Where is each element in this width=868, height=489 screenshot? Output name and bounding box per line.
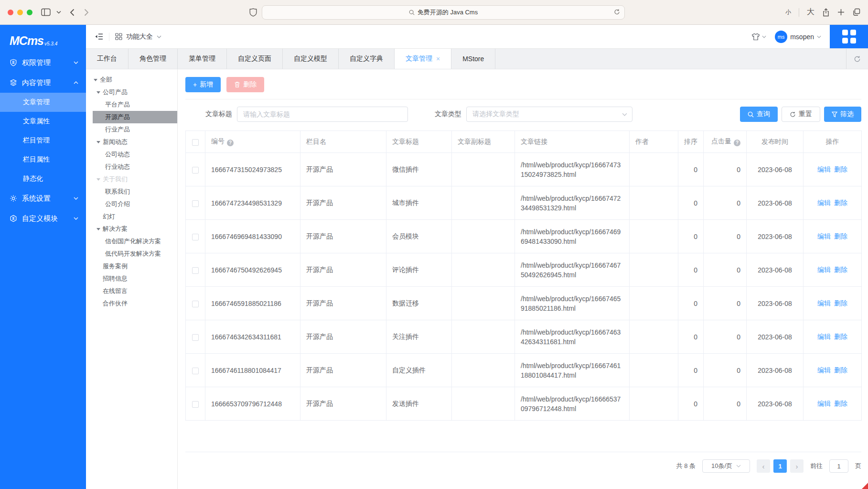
tree-item-company-news[interactable]: 公司动态 [93,148,177,161]
share-icon[interactable] [822,8,830,17]
delete-button[interactable]: 删除 [226,77,264,92]
sidebar-item-column-attr[interactable]: 栏目属性 [0,150,86,169]
tab-menus[interactable]: 菜单管理 [178,49,227,69]
reset-button[interactable]: 重置 [782,107,820,122]
tree-expand-icon[interactable] [96,141,103,143]
tab-roles[interactable]: 角色管理 [129,49,178,69]
edit-link[interactable]: 编辑 [817,400,831,407]
tree-item-slides[interactable]: 幻灯 [93,210,177,223]
tree-item-contact-us[interactable]: 联系我们 [93,185,177,198]
tab-custom-dict[interactable]: 自定义字典 [339,49,395,69]
edit-link[interactable]: 编辑 [817,266,831,273]
back-icon[interactable] [70,9,75,16]
prev-page-button[interactable]: ‹ [757,459,770,473]
tree-item-company-intro[interactable]: 公司介绍 [93,198,177,210]
title-filter-input[interactable] [237,107,408,122]
refresh-tab-icon[interactable] [846,49,868,69]
close-window-button[interactable] [8,10,13,15]
sidebar-item-custom-module[interactable]: 自定义模块 [0,208,86,228]
tree-item-solutions[interactable]: 解决方案 [93,223,177,235]
select-all-checkbox[interactable] [192,139,199,146]
row-checkbox[interactable] [192,334,199,341]
tree-expand-icon[interactable] [96,178,103,181]
chevron-down-icon[interactable] [56,11,61,14]
privacy-shield-icon[interactable] [249,8,257,17]
edit-link[interactable]: 编辑 [817,299,831,307]
delete-link[interactable]: 删除 [834,299,847,307]
tab-article-manage[interactable]: 文章管理 × [395,49,451,69]
tree-item-company-products[interactable]: 公司产品 [93,86,177,98]
edit-link[interactable]: 编辑 [817,366,831,374]
edit-link[interactable]: 编辑 [817,165,831,173]
sidebar-item-article-attr[interactable]: 文章属性 [0,112,86,131]
text-smaller-button[interactable]: 小 [785,8,791,16]
tree-item-industry-products[interactable]: 行业产品 [93,123,177,136]
tree-item-platform-products[interactable]: 平台产品 [93,98,177,111]
address-bar[interactable]: 免费开源的 Java Cms [262,5,625,20]
row-checkbox[interactable] [192,301,199,307]
row-checkbox[interactable] [192,167,199,174]
row-checkbox[interactable] [192,401,199,408]
tab-mstore[interactable]: MStore [451,49,495,69]
reload-icon[interactable] [614,9,620,15]
search-button[interactable]: 查询 [740,107,778,122]
sidebar-item-permissions[interactable]: 权限管理 [0,53,86,73]
delete-link[interactable]: 删除 [834,165,847,173]
next-page-button[interactable]: › [790,459,804,473]
close-tab-icon[interactable]: × [436,55,440,63]
theme-skin-button[interactable] [751,33,766,41]
tree-item-news[interactable]: 新闻动态 [93,136,177,148]
delete-link[interactable]: 删除 [834,232,847,240]
user-menu[interactable]: ms msopen [775,31,821,43]
row-checkbox[interactable] [192,267,199,274]
tab-custom-models[interactable]: 自定义模型 [283,49,339,69]
tree-expand-icon[interactable] [96,91,103,94]
edit-link[interactable]: 编辑 [817,232,831,240]
forward-icon[interactable] [84,9,89,16]
current-page-button[interactable]: 1 [773,459,787,473]
delete-link[interactable]: 删除 [834,199,847,206]
row-checkbox[interactable] [192,200,199,207]
tree-item-about-us[interactable]: 关于我们 [93,173,177,185]
delete-link[interactable]: 删除 [834,333,847,340]
sidebar-item-content[interactable]: 内容管理 [0,73,86,93]
tree-item-messages[interactable]: 在线留言 [93,285,177,297]
tree-item-xinchuang-solution[interactable]: 信创国产化解决方案 [93,235,177,248]
zoom-window-button[interactable] [27,10,32,15]
tab-custom-pages[interactable]: 自定义页面 [227,49,283,69]
browser-sidebar-toggle-icon[interactable] [41,8,51,16]
tree-item-partners[interactable]: 合作伙伴 [93,297,177,310]
all-functions-menu[interactable]: 功能大全 [115,33,161,41]
tab-overview-icon[interactable] [852,8,860,16]
sidebar-item-static[interactable]: 静态化 [0,169,86,188]
delete-link[interactable]: 删除 [834,366,847,374]
page-size-select[interactable]: 10条/页 [702,459,750,473]
new-tab-icon[interactable] [837,9,845,16]
edit-link[interactable]: 编辑 [817,333,831,340]
minimize-window-button[interactable] [17,10,23,15]
filter-button[interactable]: 筛选 [824,107,861,122]
tree-expand-icon[interactable] [96,228,103,230]
tree-item-industry-news[interactable]: 行业动态 [93,161,177,173]
type-filter-select[interactable]: 请选择文章类型 [466,107,632,122]
sidebar-item-article-manage[interactable]: 文章管理 [0,93,86,112]
tab-workbench[interactable]: 工作台 [86,49,129,69]
apps-grid-button[interactable] [830,25,868,48]
tree-item-recruitment[interactable]: 招聘信息 [93,272,177,285]
add-button[interactable]: + 新增 [185,77,221,92]
delete-link[interactable]: 删除 [834,266,847,273]
row-checkbox[interactable] [192,234,199,240]
tree-item-all[interactable]: 全部 [93,74,177,86]
collapse-sidebar-icon[interactable] [95,33,103,40]
edit-link[interactable]: 编辑 [817,199,831,206]
sidebar-item-column-manage[interactable]: 栏目管理 [0,131,86,150]
goto-page-input[interactable] [829,459,848,473]
text-larger-button[interactable]: 大 [807,7,814,17]
tree-expand-icon[interactable] [94,79,100,81]
sidebar-item-system[interactable]: 系统设置 [0,188,86,208]
tree-item-service-cases[interactable]: 服务案例 [93,260,177,272]
tree-item-lowcode-solution[interactable]: 低代码开发解决方案 [93,248,177,260]
delete-link[interactable]: 删除 [834,400,847,407]
tree-item-open-source-products[interactable]: 开源产品 [93,111,177,123]
row-checkbox[interactable] [192,368,199,374]
